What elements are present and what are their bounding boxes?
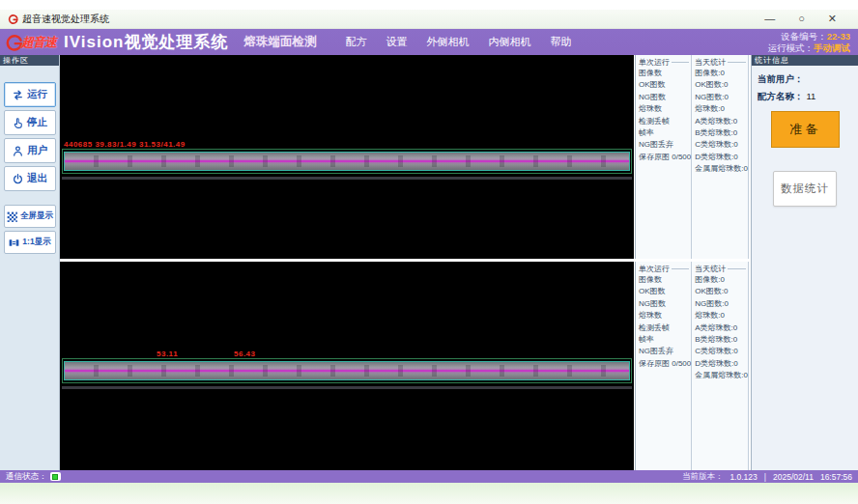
status-bar: 通信状态： 当前版本： 1.0.123 | 2025/02/11 16:57:5… (0, 470, 858, 483)
stat-row: 图像数:0 (692, 68, 748, 79)
stat-row: C类熔珠数:0 (692, 346, 748, 357)
main-menu: 配方 设置 外侧相机 内侧相机 帮助 (345, 35, 571, 49)
detection-roi-outline (62, 358, 632, 383)
current-user-label: 当前用户： (758, 73, 804, 86)
stats-panel-top: 单次运行 图像数 OK图数 NG图数 熔珠数 检测丢帧 帧率 NG图丢弃 保存原… (635, 55, 749, 259)
measurement-annotation-right: 56.43 (234, 350, 256, 358)
stat-row: 帧率 (636, 127, 691, 139)
weld-beads-texture (65, 365, 629, 377)
measurement-annotation-left: 53.11 (157, 350, 178, 358)
prepare-button[interactable]: 准备 (771, 111, 840, 148)
sidebar-title: 操作区 (0, 55, 59, 66)
app-subtitle: 熔珠端面检测 (243, 34, 316, 50)
menu-item-settings[interactable]: 设置 (386, 35, 407, 49)
stat-row: NG图数:0 (692, 92, 748, 103)
stat-row: 图像数 (636, 68, 691, 79)
one-to-one-display-label: 1:1显示 (22, 237, 50, 248)
daily-stats-column: 当天统计 图像数:0 OK图数:0 NG图数:0 熔珠数:0 A类熔珠数:0 B… (692, 262, 748, 470)
run-mode-value: 手动调试 (814, 42, 850, 53)
user-button[interactable]: 用户 (4, 138, 56, 163)
info-panel-title: 统计信息 (752, 55, 858, 66)
stat-row: 检测丢帧 (636, 116, 691, 127)
run-loop-icon (12, 89, 24, 101)
exit-button-label: 退出 (27, 172, 47, 185)
menu-item-help[interactable]: 帮助 (550, 35, 571, 49)
stat-row: 保存原图 0/500 (636, 152, 691, 163)
version-info: 当前版本： 1.0.123 | 2025/02/11 16:57:56 (682, 471, 852, 483)
brand-name: 超音速 (21, 34, 56, 51)
stat-row: OK图数:0 (692, 286, 748, 297)
stat-row: 图像数:0 (692, 274, 748, 286)
stat-row: A类熔珠数:0 (692, 116, 748, 127)
device-number-label: 设备编号： (781, 31, 827, 42)
stat-row: OK图数 (636, 286, 691, 297)
weld-strip-image (64, 361, 630, 380)
stat-row: OK图数:0 (692, 79, 748, 91)
hand-stop-icon (12, 117, 24, 129)
stat-row: 帧率 (636, 334, 691, 346)
power-icon (12, 173, 24, 185)
device-info: 设备编号： 22-33 运行模式： 手动调试 (768, 31, 851, 53)
run-mode-label: 运行模式： (768, 42, 815, 53)
stat-row: 保存原图 0/500 (636, 358, 691, 370)
stat-row: A类熔珠数:0 (692, 322, 748, 334)
single-run-column: 单次运行 图像数 OK图数 NG图数 熔珠数 检测丢帧 帧率 NG图丢弃 保存原… (636, 55, 692, 259)
app-title: IVision视觉处理系统 (64, 31, 228, 53)
measurement-annotation: 440685 39.83/1.49 31.53/41.49 (64, 140, 186, 149)
fullscreen-display-label: 全屏显示 (20, 210, 53, 222)
strip-shadow (62, 386, 632, 389)
app-logo-icon (8, 14, 18, 24)
user-icon (12, 145, 24, 157)
operation-sidebar: 操作区 运行 停止 用户 (0, 55, 60, 470)
one-to-one-display-button[interactable]: 1:1显示 (4, 231, 56, 254)
desktop-taskbar-strip (0, 483, 858, 504)
stat-row: B类熔珠数:0 (692, 334, 748, 346)
stat-row: D类熔珠数:0 (692, 358, 748, 370)
single-run-title: 单次运行 (639, 264, 670, 274)
window-titlebar: 超音速视觉处理系统 — ○ ✕ (0, 10, 858, 29)
menu-item-recipe[interactable]: 配方 (345, 35, 366, 49)
stop-button-label: 停止 (27, 116, 47, 129)
stat-row: 金属屑熔珠数:0 (692, 370, 748, 381)
window-controls: — ○ ✕ (764, 14, 850, 24)
status-time: 16:57:56 (820, 472, 852, 482)
recipe-name-value: 11 (807, 91, 816, 103)
daily-stats-title: 当天统计 (695, 57, 726, 68)
status-date: 2025/02/11 (773, 472, 814, 482)
exit-button[interactable]: 退出 (4, 166, 56, 191)
fullscreen-checker-icon (6, 210, 18, 223)
stat-row: NG图丢弃 (636, 139, 691, 151)
statistics-info-panel: 统计信息 当前用户： 配方名称： 11 准备 数据统计 (751, 55, 858, 470)
menu-item-outer-camera[interactable]: 外侧相机 (426, 35, 469, 49)
comm-status-green-light (52, 474, 58, 480)
stat-row: 熔珠数 (636, 310, 691, 322)
daily-stats-column: 当天统计 图像数:0 OK图数:0 NG图数:0 熔珠数:0 A类熔珠数:0 B… (692, 55, 748, 259)
separator: | (764, 472, 766, 482)
stat-row: B类熔珠数:0 (692, 127, 748, 139)
menu-item-inner-camera[interactable]: 内侧相机 (488, 35, 530, 49)
stat-row: 熔珠数 (636, 103, 691, 115)
strip-shadow (62, 177, 632, 180)
weld-beads-texture (65, 155, 629, 167)
stat-row: C类熔珠数:0 (692, 139, 748, 151)
close-button[interactable]: ✕ (828, 14, 837, 24)
single-run-title: 单次运行 (639, 57, 670, 68)
stat-row: 熔珠数:0 (692, 310, 748, 322)
weld-strip-image (64, 152, 630, 171)
comm-status-label: 通信状态： (6, 471, 47, 483)
single-run-column: 单次运行 图像数 OK图数 NG图数 熔珠数 检测丢帧 帧率 NG图丢弃 保存原… (636, 262, 692, 470)
run-button[interactable]: 运行 (4, 82, 56, 107)
run-button-label: 运行 (27, 88, 47, 101)
stat-row: 金属屑熔珠数:0 (692, 163, 748, 175)
stat-row: 熔珠数:0 (692, 103, 748, 115)
stat-row: D类熔珠数:0 (692, 152, 748, 163)
stop-button[interactable]: 停止 (4, 110, 56, 135)
stat-row: NG图数:0 (692, 298, 748, 310)
minimize-button[interactable]: — (764, 14, 775, 24)
stat-row: NG图数 (636, 92, 691, 103)
data-statistics-button[interactable]: 数据统计 (773, 171, 837, 207)
sidebar-buttons: 运行 停止 用户 退出 (0, 66, 59, 254)
fullscreen-display-button[interactable]: 全屏显示 (4, 205, 56, 228)
maximize-button[interactable]: ○ (798, 14, 805, 24)
one-to-one-icon (8, 237, 20, 249)
